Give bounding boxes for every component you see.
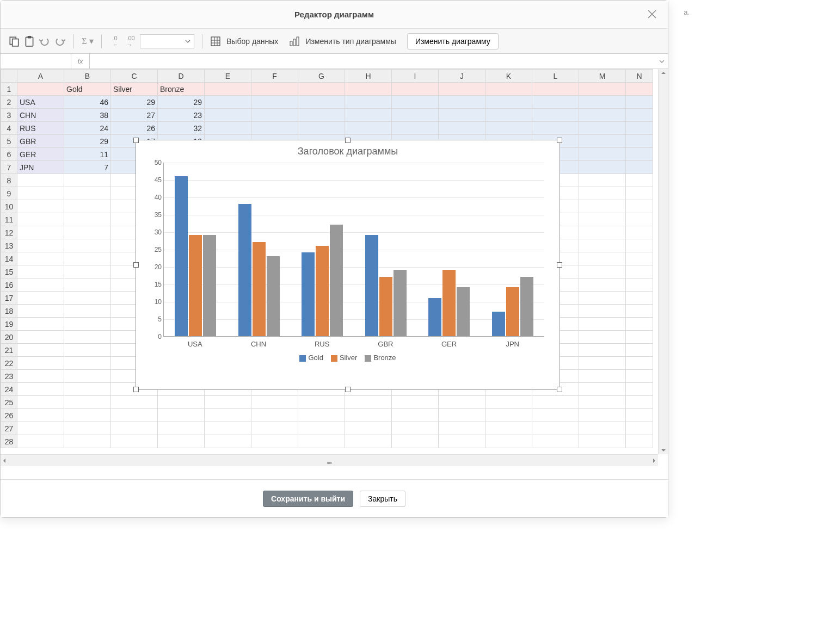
cell-I1[interactable] bbox=[392, 83, 439, 96]
row-header-3[interactable]: 3 bbox=[1, 109, 17, 122]
cell-B6[interactable]: 11 bbox=[64, 148, 111, 161]
cell-A21[interactable] bbox=[17, 344, 64, 357]
cell-G28[interactable] bbox=[298, 435, 345, 448]
cell-M16[interactable] bbox=[579, 278, 626, 292]
cell-C3[interactable]: 27 bbox=[111, 109, 158, 122]
row-header-22[interactable]: 22 bbox=[1, 357, 17, 370]
row-header-27[interactable]: 27 bbox=[1, 422, 17, 435]
cell-M18[interactable] bbox=[579, 305, 626, 318]
cell-N14[interactable] bbox=[626, 252, 653, 265]
cell-A7[interactable]: JPN bbox=[17, 161, 64, 174]
cell-L4[interactable] bbox=[532, 122, 579, 135]
cell-L2[interactable] bbox=[532, 96, 579, 109]
row-header-10[interactable]: 10 bbox=[1, 200, 17, 213]
cell-A19[interactable] bbox=[17, 318, 64, 331]
cell-M7[interactable] bbox=[579, 161, 626, 174]
cell-N9[interactable] bbox=[626, 187, 653, 200]
cell-B15[interactable] bbox=[64, 265, 111, 278]
cell-M12[interactable] bbox=[579, 226, 626, 239]
cell-B4[interactable]: 24 bbox=[64, 122, 111, 135]
cell-G1[interactable] bbox=[298, 83, 345, 96]
cell-M9[interactable] bbox=[579, 187, 626, 200]
cell-K28[interactable] bbox=[485, 435, 532, 448]
cell-A17[interactable] bbox=[17, 292, 64, 305]
cell-H1[interactable] bbox=[345, 83, 392, 96]
save-and-exit-button[interactable]: Сохранить и выйти bbox=[263, 491, 353, 507]
cell-A6[interactable]: GER bbox=[17, 148, 64, 161]
cell-L28[interactable] bbox=[532, 435, 579, 448]
col-header-M[interactable]: M bbox=[579, 70, 626, 83]
row-header-20[interactable]: 20 bbox=[1, 331, 17, 344]
row-header-12[interactable]: 12 bbox=[1, 226, 17, 239]
cell-D2[interactable]: 29 bbox=[158, 96, 205, 109]
cell-A27[interactable] bbox=[17, 422, 64, 435]
cell-M20[interactable] bbox=[579, 331, 626, 344]
cell-B16[interactable] bbox=[64, 278, 111, 292]
edit-chart-button[interactable]: Изменить диаграмму bbox=[407, 33, 499, 49]
resize-handle-nw[interactable] bbox=[133, 138, 139, 143]
vertical-scrollbar[interactable] bbox=[658, 69, 668, 454]
cell-B17[interactable] bbox=[64, 292, 111, 305]
row-header-2[interactable]: 2 bbox=[1, 96, 17, 109]
cell-B23[interactable] bbox=[64, 370, 111, 383]
cell-C26[interactable] bbox=[111, 409, 158, 422]
cell-C28[interactable] bbox=[111, 435, 158, 448]
increase-decimal-icon[interactable]: .00→ bbox=[125, 35, 137, 47]
cell-I4[interactable] bbox=[392, 122, 439, 135]
cell-H25[interactable] bbox=[345, 396, 392, 409]
cell-K2[interactable] bbox=[485, 96, 532, 109]
cell-C27[interactable] bbox=[111, 422, 158, 435]
cell-A11[interactable] bbox=[17, 213, 64, 226]
cell-B21[interactable] bbox=[64, 344, 111, 357]
cell-I26[interactable] bbox=[392, 409, 439, 422]
cell-B22[interactable] bbox=[64, 357, 111, 370]
cell-L1[interactable] bbox=[532, 83, 579, 96]
cell-D1[interactable]: Bronze bbox=[158, 83, 205, 96]
resize-handle-w[interactable] bbox=[133, 262, 139, 268]
close-button[interactable]: Закрыть bbox=[360, 491, 405, 507]
row-header-23[interactable]: 23 bbox=[1, 370, 17, 383]
cell-M15[interactable] bbox=[579, 265, 626, 278]
name-box[interactable] bbox=[1, 54, 71, 69]
select-all-corner[interactable] bbox=[1, 70, 17, 83]
cell-M13[interactable] bbox=[579, 239, 626, 252]
bar-silver-JPN[interactable] bbox=[506, 287, 519, 336]
cell-N3[interactable] bbox=[626, 109, 653, 122]
cell-N15[interactable] bbox=[626, 265, 653, 278]
cell-B12[interactable] bbox=[64, 226, 111, 239]
row-header-26[interactable]: 26 bbox=[1, 409, 17, 422]
cell-A8[interactable] bbox=[17, 174, 64, 187]
resize-handle-sw[interactable] bbox=[133, 387, 139, 392]
cell-H2[interactable] bbox=[345, 96, 392, 109]
cell-F1[interactable] bbox=[251, 83, 298, 96]
cell-A20[interactable] bbox=[17, 331, 64, 344]
cell-N11[interactable] bbox=[626, 213, 653, 226]
cell-A10[interactable] bbox=[17, 200, 64, 213]
copy-icon[interactable] bbox=[8, 35, 20, 47]
cell-I3[interactable] bbox=[392, 109, 439, 122]
cell-E26[interactable] bbox=[205, 409, 251, 422]
row-header-7[interactable]: 7 bbox=[1, 161, 17, 174]
cell-G26[interactable] bbox=[298, 409, 345, 422]
cell-K26[interactable] bbox=[485, 409, 532, 422]
row-header-25[interactable]: 25 bbox=[1, 396, 17, 409]
cell-B1[interactable]: Gold bbox=[64, 83, 111, 96]
cell-G27[interactable] bbox=[298, 422, 345, 435]
cell-J25[interactable] bbox=[439, 396, 485, 409]
bar-silver-USA[interactable] bbox=[189, 235, 202, 336]
cell-A28[interactable] bbox=[17, 435, 64, 448]
cell-K1[interactable] bbox=[485, 83, 532, 96]
cell-D28[interactable] bbox=[158, 435, 205, 448]
bar-gold-GBR[interactable] bbox=[365, 235, 378, 336]
cell-N17[interactable] bbox=[626, 292, 653, 305]
cell-J3[interactable] bbox=[439, 109, 485, 122]
cell-F26[interactable] bbox=[251, 409, 298, 422]
bar-gold-RUS[interactable] bbox=[302, 252, 315, 336]
sum-icon[interactable]: Σ ▾ bbox=[82, 35, 94, 47]
resize-handle-n[interactable] bbox=[345, 138, 351, 143]
cell-M22[interactable] bbox=[579, 357, 626, 370]
cell-H4[interactable] bbox=[345, 122, 392, 135]
row-header-5[interactable]: 5 bbox=[1, 135, 17, 148]
bar-silver-RUS[interactable] bbox=[316, 246, 329, 336]
cell-K27[interactable] bbox=[485, 422, 532, 435]
